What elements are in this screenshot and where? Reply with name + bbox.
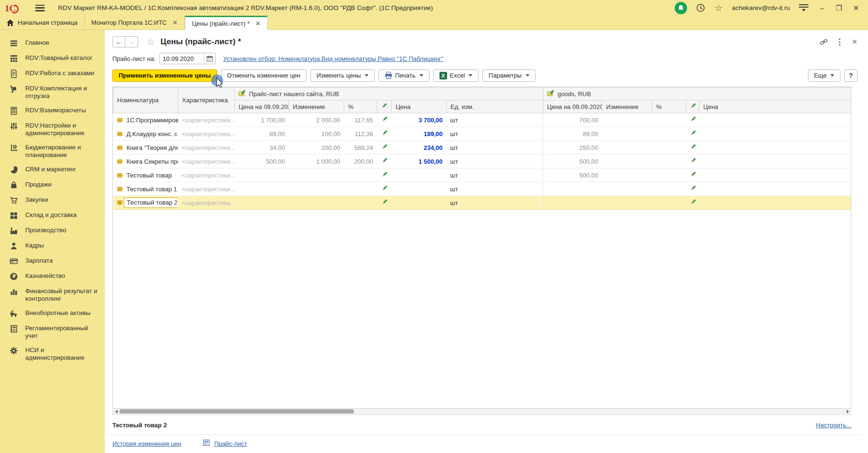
sidebar-item-rdv-admin[interactable]: RDV:Настройки и администрирование — [0, 118, 105, 140]
table-row[interactable]: 1С:Программирован...<характеристики...1 … — [113, 113, 852, 127]
cell-site-price[interactable]: 234,00 — [392, 141, 447, 155]
cell-characteristic[interactable]: <характеристики... — [178, 182, 235, 196]
tab-monitor-portal[interactable]: Монитор Портала 1С:ИТС ✕ — [85, 16, 185, 30]
cell-nomenclature[interactable]: 1С:Программирован... — [113, 113, 178, 127]
pencil-icon[interactable] — [690, 130, 696, 136]
main-menu-icon[interactable] — [35, 5, 45, 11]
cell-site-old-price[interactable] — [235, 168, 289, 182]
cell-nomenclature[interactable]: Д.Клаудер конс. с я... — [113, 127, 178, 141]
form-close-icon[interactable]: ✕ — [851, 38, 858, 46]
cell-site-price[interactable]: 1 500,00 — [392, 155, 447, 168]
sidebar-item-rdv-shipping[interactable]: RDV:Комплектация и отгрузка — [0, 81, 105, 103]
cell-goods-edit[interactable] — [686, 113, 699, 127]
scroll-right-arrow[interactable] — [844, 409, 851, 414]
scroll-left-arrow[interactable] — [113, 409, 120, 414]
pencil-icon[interactable] — [381, 116, 388, 122]
cell-unit[interactable]: шт — [447, 182, 543, 196]
cell-goods-price[interactable] — [699, 155, 851, 168]
cell-characteristic[interactable]: <характеристики... — [178, 196, 235, 210]
table-row[interactable]: Книга "Теория для п...<характеристики...… — [113, 141, 852, 155]
group-header-site[interactable]: Прайс-лист нашего сайта, RUB — [235, 88, 543, 100]
cell-goods-pct[interactable] — [652, 196, 686, 210]
favorite-star-icon[interactable]: ☆ — [147, 37, 155, 48]
cell-goods-change[interactable] — [602, 182, 652, 196]
filter-link[interactable]: Установлен отбор: Номенклатура.Вид номен… — [223, 55, 443, 62]
cell-site-edit[interactable] — [377, 113, 392, 127]
table-row[interactable]: Тестовый товар<характеристики...шт500,00 — [113, 168, 852, 182]
pencil-icon[interactable] — [381, 130, 388, 136]
cell-goods-pct[interactable] — [652, 141, 686, 155]
cell-site-change[interactable] — [289, 196, 344, 210]
nav-forward-button[interactable]: → — [125, 36, 138, 48]
cell-goods-change[interactable] — [602, 113, 652, 127]
table-row[interactable]: Книга Секреты проф...<характеристики...5… — [113, 155, 852, 168]
cell-site-pct[interactable] — [344, 196, 377, 210]
cell-site-price[interactable] — [392, 168, 447, 182]
notifications-icon[interactable] — [675, 2, 687, 14]
minimize-button[interactable]: – — [818, 4, 826, 12]
history-icon[interactable] — [696, 3, 705, 13]
help-button[interactable]: ? — [844, 69, 858, 82]
calendar-icon[interactable] — [204, 53, 215, 64]
cell-site-edit[interactable] — [377, 141, 392, 155]
excel-button[interactable]: X Excel — [433, 69, 479, 82]
cell-site-price[interactable]: 189,00 — [392, 127, 447, 141]
cell-site-change[interactable] — [289, 168, 344, 182]
pencil-icon[interactable] — [381, 171, 388, 177]
cell-site-pct[interactable] — [344, 168, 377, 182]
cell-goods-old-price[interactable] — [543, 196, 602, 210]
cell-goods-pct[interactable] — [652, 182, 686, 196]
more-menu-icon[interactable] — [838, 38, 841, 46]
apply-prices-button[interactable]: Применить измененные цены — [112, 69, 217, 82]
cell-characteristic[interactable]: <характеристики... — [178, 141, 235, 155]
sidebar-item-budgeting[interactable]: ₽Бюджетирование и планирование — [0, 140, 105, 162]
cell-goods-price[interactable] — [699, 196, 851, 210]
pencil-column-header[interactable] — [686, 100, 699, 113]
col-header-price-site[interactable]: Цена — [392, 100, 447, 113]
cell-goods-edit[interactable] — [686, 127, 699, 141]
sidebar-item-assets[interactable]: Внеоборотные активы — [0, 306, 105, 321]
cell-nomenclature[interactable]: Тестовый товар 1 — [113, 182, 178, 196]
cell-site-old-price[interactable]: 1 700,00 — [235, 113, 289, 127]
cell-site-edit[interactable] — [377, 196, 392, 210]
sidebar-item-purchases[interactable]: Закупки — [0, 193, 105, 208]
configure-link[interactable]: Настроить... — [816, 422, 851, 429]
cell-goods-pct[interactable] — [652, 127, 686, 141]
tab-home[interactable]: Начальная страница — [0, 16, 85, 30]
cell-unit[interactable]: шт — [447, 155, 543, 168]
cell-goods-price[interactable] — [699, 168, 851, 182]
cell-goods-old-price[interactable] — [543, 182, 602, 196]
price-history-link[interactable]: История изменения цен — [112, 440, 181, 447]
sidebar-item-salary[interactable]: Зарплата — [0, 254, 105, 269]
cell-site-old-price[interactable]: 89,00 — [235, 127, 289, 141]
get-link-icon[interactable] — [819, 38, 828, 46]
cell-goods-change[interactable] — [602, 196, 652, 210]
pencil-icon[interactable] — [381, 144, 388, 150]
sidebar-item-rdv-settlements[interactable]: RDV:Взаиморасчеты — [0, 103, 105, 118]
more-button[interactable]: Еще — [808, 69, 840, 82]
horizontal-scrollbar[interactable] — [112, 409, 851, 415]
sidebar-item-finance[interactable]: Финансовый результат и контроллинг — [0, 284, 105, 306]
table-row[interactable]: Тестовый товар 2<характеристики...шт — [113, 196, 852, 210]
pencil-icon[interactable] — [690, 116, 696, 122]
cell-goods-old-price[interactable]: 700,00 — [543, 113, 602, 127]
cell-site-pct[interactable] — [344, 182, 377, 196]
col-header-pct-goods[interactable]: % — [652, 100, 686, 113]
sidebar-item-hr[interactable]: Кадры — [0, 238, 105, 254]
scrollbar-thumb[interactable] — [120, 409, 354, 414]
cell-site-old-price[interactable]: 500,00 — [235, 155, 289, 168]
cell-goods-price[interactable] — [699, 182, 851, 196]
cell-unit[interactable]: шт — [447, 196, 543, 210]
change-prices-button[interactable]: Изменить цены — [310, 69, 375, 82]
cell-goods-pct[interactable] — [652, 168, 686, 182]
sidebar-item-warehouse[interactable]: Склад и доставка — [0, 208, 105, 223]
table-row[interactable]: Тестовый товар 1<характеристики...шт — [113, 182, 852, 196]
cell-goods-price[interactable] — [699, 127, 851, 141]
service-menu-icon[interactable] — [798, 4, 809, 11]
favorites-icon[interactable]: ☆ — [714, 3, 723, 13]
cell-site-pct[interactable]: 112,36 — [344, 127, 377, 141]
cell-site-old-price[interactable]: 34,00 — [235, 141, 289, 155]
table-row[interactable]: Д.Клаудер конс. с я...<характеристики...… — [113, 127, 852, 141]
cell-goods-edit[interactable] — [686, 182, 699, 196]
pencil-icon[interactable] — [690, 158, 696, 164]
